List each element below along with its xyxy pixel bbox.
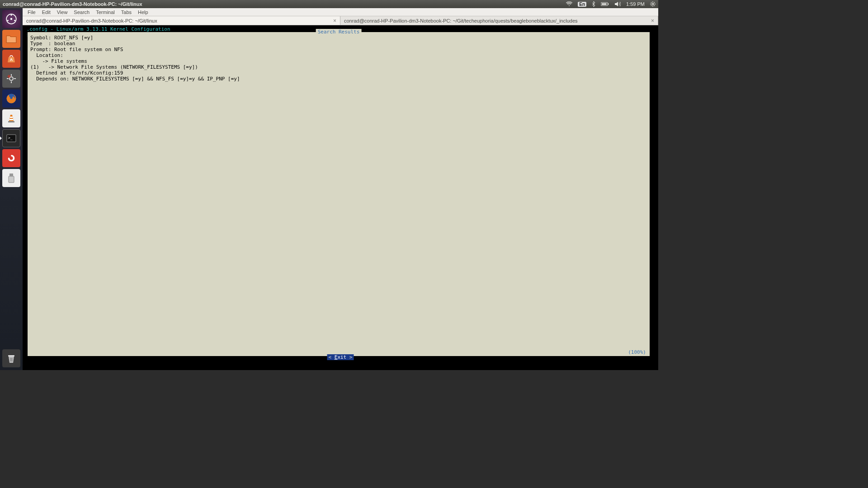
close-icon[interactable]: × bbox=[330, 18, 336, 24]
launcher-terminal[interactable]: >_ bbox=[2, 129, 20, 147]
search-results-header: Search Results bbox=[316, 29, 362, 35]
terminal-tab-1[interactable]: conrad@conrad-HP-Pavilion-dm3-Notebook-P… bbox=[23, 16, 340, 25]
search-results-box: Search Results Symbol: ROOT_NFS [=y] Typ… bbox=[27, 32, 650, 357]
launcher-reader[interactable] bbox=[2, 149, 20, 167]
terminal-tab-2[interactable]: conrad@conrad-HP-Pavilion-dm3-Notebook-P… bbox=[340, 16, 658, 25]
battery-icon[interactable] bbox=[601, 1, 609, 7]
svg-rect-30 bbox=[9, 174, 13, 176]
launcher-vlc[interactable] bbox=[2, 109, 20, 127]
wifi-icon[interactable] bbox=[566, 1, 572, 7]
svg-text:A: A bbox=[10, 57, 13, 62]
menu-terminal[interactable]: Terminal bbox=[93, 9, 118, 16]
terminal-area[interactable]: .config - Linux/arm 3.13.11 Kernel Confi… bbox=[23, 25, 658, 367]
svg-rect-25 bbox=[10, 117, 13, 118]
menu-search[interactable]: Search bbox=[71, 9, 93, 16]
gear-icon[interactable] bbox=[650, 1, 656, 7]
exit-button[interactable]: < Exit > bbox=[327, 354, 354, 360]
scroll-percent: (100%) bbox=[628, 349, 646, 355]
svg-point-0 bbox=[569, 5, 570, 6]
svg-line-11 bbox=[651, 5, 651, 6]
search-results-body: Symbol: ROOT_NFS [=y] Type : boolean Pro… bbox=[30, 35, 647, 349]
menu-edit[interactable]: Edit bbox=[39, 9, 54, 16]
window-title: conrad@conrad-HP-Pavilion-dm3-Notebook-P… bbox=[3, 1, 142, 7]
menu-help[interactable]: Help bbox=[135, 9, 151, 16]
svg-text:>_: >_ bbox=[8, 136, 13, 140]
tab-strip: conrad@conrad-HP-Pavilion-dm3-Notebook-P… bbox=[23, 16, 658, 25]
svg-point-19 bbox=[9, 77, 13, 80]
launcher-trash[interactable] bbox=[2, 349, 20, 367]
svg-rect-27 bbox=[8, 121, 14, 122]
terminal-window: File Edit View Search Terminal Tabs Help… bbox=[23, 8, 658, 370]
svg-point-4 bbox=[652, 3, 654, 5]
tab-label: conrad@conrad-HP-Pavilion-dm3-Notebook-P… bbox=[26, 18, 330, 23]
svg-rect-31 bbox=[9, 176, 14, 183]
svg-rect-2 bbox=[608, 3, 609, 5]
launcher-settings[interactable] bbox=[2, 70, 20, 88]
menubar: File Edit View Search Terminal Tabs Help bbox=[23, 8, 658, 16]
launcher-software-center[interactable]: A bbox=[2, 50, 20, 68]
svg-point-17 bbox=[7, 20, 9, 21]
svg-line-12 bbox=[654, 2, 655, 3]
svg-line-10 bbox=[654, 5, 655, 6]
launcher-dash[interactable] bbox=[2, 10, 20, 28]
launcher-files[interactable] bbox=[2, 30, 20, 48]
bluetooth-icon[interactable] bbox=[592, 1, 595, 7]
menu-tabs[interactable]: Tabs bbox=[118, 9, 135, 16]
window-title-bar: conrad@conrad-HP-Pavilion-dm3-Notebook-P… bbox=[0, 0, 658, 8]
svg-point-15 bbox=[10, 14, 12, 16]
svg-rect-26 bbox=[9, 119, 13, 120]
volume-icon[interactable] bbox=[614, 1, 621, 7]
launcher-firefox[interactable] bbox=[2, 89, 20, 108]
tab-label: conrad@conrad-HP-Pavilion-dm3-Notebook-P… bbox=[344, 18, 648, 23]
svg-point-16 bbox=[14, 20, 15, 21]
clock[interactable]: 1:59 PM bbox=[626, 1, 645, 7]
menu-file[interactable]: File bbox=[24, 9, 39, 16]
system-tray: En 1:59 PM bbox=[563, 0, 658, 8]
language-indicator[interactable]: En bbox=[578, 2, 586, 7]
svg-point-14 bbox=[10, 18, 12, 20]
launcher-usb-drive[interactable] bbox=[2, 169, 20, 187]
close-icon[interactable]: × bbox=[648, 18, 654, 24]
menu-view[interactable]: View bbox=[54, 9, 71, 16]
launcher: A >_ bbox=[0, 8, 23, 370]
terminal-bottom-border bbox=[23, 367, 658, 370]
svg-rect-32 bbox=[8, 355, 14, 357]
svg-line-9 bbox=[651, 2, 651, 3]
svg-rect-3 bbox=[602, 3, 607, 5]
